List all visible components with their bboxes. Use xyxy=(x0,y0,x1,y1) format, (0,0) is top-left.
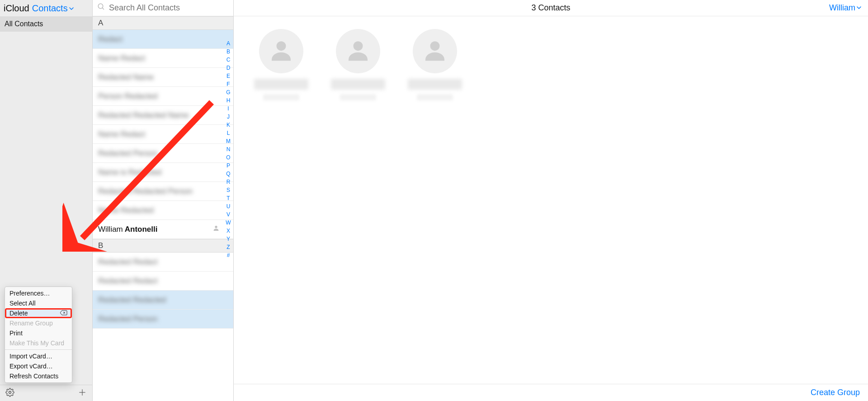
svg-point-6 xyxy=(277,41,286,51)
contact-row[interactable]: Name Redact xyxy=(93,125,233,144)
svg-line-4 xyxy=(102,8,104,10)
chevron-down-icon xyxy=(69,3,74,14)
az-index-letter[interactable]: B xyxy=(226,49,230,54)
menu-import-vcard[interactable]: Import vCard… xyxy=(5,351,72,361)
search-icon xyxy=(97,3,105,13)
gear-button[interactable] xyxy=(5,388,15,399)
svg-point-8 xyxy=(430,41,440,51)
menu-select-all[interactable]: Select All xyxy=(5,298,72,308)
brand-label: iCloud xyxy=(4,3,29,14)
az-index-letter[interactable]: P xyxy=(226,163,230,168)
az-index-letter[interactable]: D xyxy=(226,65,231,71)
create-group-button[interactable]: Create Group xyxy=(811,388,860,397)
az-index-letter[interactable]: E xyxy=(226,73,230,79)
gear-icon xyxy=(5,388,14,399)
sidebar-footer xyxy=(0,385,92,401)
az-index-letter[interactable]: W xyxy=(226,220,231,225)
az-index-letter[interactable]: H xyxy=(226,98,231,103)
az-index-letter[interactable]: Y xyxy=(226,236,230,242)
az-index-letter[interactable]: O xyxy=(226,155,230,160)
az-index-letter[interactable]: A xyxy=(226,41,230,46)
sidebar: iCloud Contacts All Contacts xyxy=(0,0,93,401)
contact-row-william-antonelli[interactable]: William Antonelli xyxy=(93,220,233,239)
contact-row[interactable]: Person Redacted xyxy=(93,87,233,106)
contact-list-column: A Redact Name Redact Redacted Name Perso… xyxy=(93,0,234,401)
az-index-letter[interactable]: I xyxy=(227,106,229,111)
detail-header: 3 Contacts William xyxy=(234,0,868,16)
person-icon xyxy=(422,38,448,65)
menu-rename-group: Rename Group xyxy=(5,318,72,328)
az-index-letter[interactable]: R xyxy=(226,179,231,185)
selected-contact-card[interactable] xyxy=(329,29,387,100)
menu-export-vcard[interactable]: Export vCard… xyxy=(5,361,72,371)
menu-delete[interactable]: Delete xyxy=(5,308,72,318)
me-card-icon xyxy=(212,224,220,234)
contact-row[interactable]: Redacted Redact xyxy=(93,272,233,291)
contact-row[interactable]: Redact xyxy=(93,30,233,49)
menu-preferences[interactable]: Preferences… xyxy=(5,288,72,298)
menu-refresh-contacts[interactable]: Refresh Contacts xyxy=(5,371,72,381)
card-name-redacted xyxy=(408,79,462,90)
az-index-letter[interactable]: F xyxy=(226,81,230,87)
contact-row[interactable]: Redacted Person xyxy=(93,310,233,329)
chevron-down-icon xyxy=(856,3,862,13)
az-index-letter[interactable]: X xyxy=(226,228,230,234)
selected-contact-card[interactable] xyxy=(406,29,464,100)
detail-footer: Create Group xyxy=(234,384,868,401)
contact-row[interactable]: Name is Redacted xyxy=(93,163,233,182)
az-index-letter[interactable]: G xyxy=(226,90,230,95)
az-index-letter[interactable]: N xyxy=(226,147,231,152)
menu-make-my-card: Make This My Card xyxy=(5,338,72,348)
az-index-letter[interactable]: U xyxy=(226,204,231,209)
avatar-placeholder xyxy=(336,29,380,73)
search-input[interactable] xyxy=(109,3,229,13)
az-index-letter[interactable]: T xyxy=(226,196,230,201)
card-sub-redacted xyxy=(417,94,453,100)
contact-row[interactable]: Name Redact xyxy=(93,49,233,68)
search-bar[interactable] xyxy=(93,0,233,16)
card-name-redacted xyxy=(254,79,308,90)
svg-point-7 xyxy=(354,41,363,51)
detail-pane: 3 Contacts William xyxy=(234,0,868,401)
alphabet-index[interactable]: ABCDEFGHIJKLMNOPQRSTUVWXYZ# xyxy=(224,41,232,258)
az-index-letter[interactable]: S xyxy=(226,187,230,193)
person-icon xyxy=(269,38,294,65)
selection-count: 3 Contacts xyxy=(531,3,570,13)
person-icon xyxy=(345,38,371,65)
contact-row[interactable]: Redacted Redacted Person xyxy=(93,182,233,201)
app-switcher-label: Contacts xyxy=(32,3,68,14)
az-index-letter[interactable]: Z xyxy=(226,244,230,250)
menu-separator xyxy=(5,349,72,350)
az-index-letter[interactable]: C xyxy=(226,57,231,62)
detail-body xyxy=(234,16,868,384)
contact-row[interactable]: Redacted Redacted xyxy=(93,291,233,310)
az-index-letter[interactable]: V xyxy=(226,212,230,217)
sidebar-group-all-contacts[interactable]: All Contacts xyxy=(0,16,92,32)
avatar-placeholder xyxy=(413,29,457,73)
backspace-icon xyxy=(60,310,67,317)
gear-context-menu: Preferences… Select All Delete Rename Gr… xyxy=(5,286,72,383)
user-menu-label: William xyxy=(829,3,855,13)
plus-icon xyxy=(78,388,87,399)
az-index-letter[interactable]: Q xyxy=(226,171,230,177)
contact-list-scroll[interactable]: A Redact Name Redact Redacted Name Perso… xyxy=(93,16,233,401)
menu-print[interactable]: Print xyxy=(5,328,72,338)
az-index-letter[interactable]: K xyxy=(226,122,230,128)
section-header-a: A xyxy=(93,16,233,30)
contact-row[interactable]: Redacted Person xyxy=(93,144,233,163)
az-index-letter[interactable]: L xyxy=(227,130,230,136)
contact-row[interactable]: Redacted Redacted Name xyxy=(93,106,233,125)
selected-cards xyxy=(252,29,850,100)
user-menu[interactable]: William xyxy=(829,3,868,13)
add-button[interactable] xyxy=(77,388,88,399)
card-sub-redacted xyxy=(340,94,376,100)
az-index-letter[interactable]: # xyxy=(227,253,230,258)
card-name-redacted xyxy=(331,79,385,90)
az-index-letter[interactable]: M xyxy=(226,138,231,144)
az-index-letter[interactable]: J xyxy=(227,114,230,119)
contact-row[interactable]: Redacted Redact xyxy=(93,253,233,272)
contact-row[interactable]: Redacted Name xyxy=(93,68,233,87)
contact-row[interactable]: Name Redacted xyxy=(93,201,233,220)
selected-contact-card[interactable] xyxy=(252,29,311,100)
app-switcher[interactable]: Contacts xyxy=(32,3,74,14)
